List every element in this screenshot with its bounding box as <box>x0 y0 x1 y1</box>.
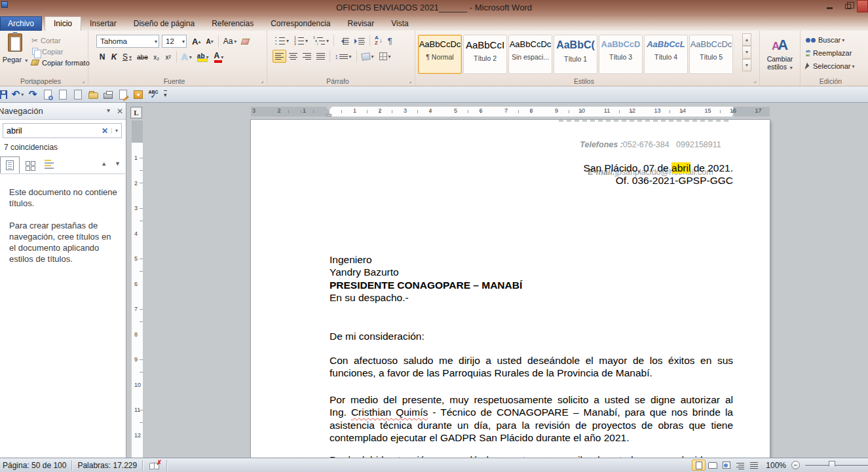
style-sin-espaciado[interactable]: AaBbCcDcSin espaci... <box>508 35 552 74</box>
change-styles-button[interactable]: AA Cambiarestilos ▾ <box>760 31 801 86</box>
print-layout-view-button[interactable] <box>692 460 706 471</box>
tab-diseno[interactable]: Diseño de página <box>125 17 203 31</box>
close-button[interactable] <box>857 0 868 12</box>
italic-button[interactable]: K <box>108 50 120 64</box>
navigation-search-box[interactable]: abril ✕ ▾ <box>3 123 122 138</box>
pane-close-icon[interactable]: ✕ <box>117 107 123 116</box>
draft-view-button[interactable] <box>747 460 761 471</box>
select-button[interactable]: Seleccionar▾ <box>806 60 867 72</box>
search-options-icon[interactable]: ▾ <box>111 128 121 134</box>
attach-file-button[interactable] <box>71 88 85 100</box>
search-input[interactable]: abril <box>3 126 98 136</box>
new-document-button[interactable] <box>56 88 69 100</box>
increase-indent-button[interactable] <box>352 34 368 47</box>
style-titulo4[interactable]: AaBbCcLTítulo 4 <box>644 35 688 74</box>
zoom-slider[interactable] <box>805 465 868 466</box>
sort-button[interactable]: AZ↓ <box>372 34 385 47</box>
replace-button[interactable]: abacReemplazar <box>806 47 867 59</box>
font-family-combo[interactable]: Tahoma▾ <box>96 35 159 48</box>
grow-font-button[interactable]: A▴ <box>189 35 203 48</box>
proofing-errors-icon[interactable]: ✗ <box>149 462 160 469</box>
decrease-indent-button[interactable] <box>336 34 352 47</box>
print-preview-button[interactable] <box>41 88 54 100</box>
left-indent-marker[interactable] <box>326 114 331 117</box>
clear-search-icon[interactable]: ✕ <box>98 126 111 136</box>
zoom-slider-thumb[interactable] <box>829 461 835 470</box>
tab-correspondencia[interactable]: Correspondencia <box>262 17 339 31</box>
spelling-button[interactable]: ABC✓ <box>147 88 160 100</box>
previous-result-icon[interactable]: ▲ <box>101 160 107 167</box>
clear-formatting-button[interactable] <box>239 35 255 48</box>
minimize-button[interactable] <box>820 0 839 12</box>
v-ruler[interactable]: 123456789101112 <box>132 120 143 458</box>
align-left-button[interactable] <box>273 50 286 63</box>
shrink-font-button[interactable]: A▾ <box>203 35 216 48</box>
gallery-scroll-up[interactable]: ▲ <box>742 33 751 46</box>
document-page[interactable]: Telefones :052-676-384 0992158911 E-mail… <box>251 120 770 458</box>
tab-referencias[interactable]: Referencias <box>203 17 262 31</box>
style-titulo5[interactable]: AaBbCcDcTítulo 5 <box>689 35 733 74</box>
quick-print-button[interactable] <box>102 88 115 100</box>
numbering-button[interactable]: 1 2 3 ▾ <box>292 34 311 47</box>
edit-document-button[interactable] <box>117 88 130 100</box>
style-titulo2[interactable]: AaBbCcITítulo 2 <box>463 35 507 74</box>
pane-menu-icon[interactable]: ▾ <box>107 107 110 116</box>
subscript-button[interactable]: x₂ <box>151 50 162 64</box>
tab-archivo[interactable]: Archivo <box>0 16 42 31</box>
shading-button[interactable]: ▾ <box>359 50 377 63</box>
show-marks-button[interactable]: ¶ <box>385 34 395 47</box>
zoom-level[interactable]: 100% <box>761 461 791 470</box>
dialog-launcher-icon[interactable]: ⌟ <box>80 78 86 84</box>
undo-button[interactable]: ↶▾ <box>11 88 24 100</box>
tab-selector-button[interactable]: L <box>130 107 142 118</box>
h-ruler[interactable]: 3211234567891011121314151617 <box>251 107 770 117</box>
paste-button[interactable]: Pegar ▾ <box>1 33 29 77</box>
outline-view-button[interactable] <box>733 460 747 471</box>
browse-pages-tab[interactable] <box>20 156 39 173</box>
restore-button[interactable] <box>839 0 857 12</box>
multilevel-list-button[interactable]: 1 a i ▾ <box>311 34 331 47</box>
tab-insertar[interactable]: Insertar <box>81 17 125 31</box>
find-button[interactable]: Buscar▾ <box>806 34 867 46</box>
dialog-launcher-icon[interactable]: ⌟ <box>259 78 265 84</box>
highlight-color-button[interactable]: ab▾ <box>195 50 212 64</box>
tab-inicio[interactable]: Inicio <box>45 16 81 31</box>
next-result-icon[interactable]: ▼ <box>115 160 121 167</box>
browse-headings-tab[interactable] <box>0 156 20 173</box>
align-right-button[interactable] <box>300 50 314 63</box>
strikethrough-button[interactable]: abe <box>134 50 151 64</box>
align-center-button[interactable] <box>286 50 300 63</box>
zoom-out-button[interactable]: − <box>791 461 800 469</box>
bullets-button[interactable]: • • • ▾ <box>273 34 292 47</box>
cut-button[interactable]: ✂Cortar <box>31 35 90 46</box>
style-titulo3[interactable]: AaBbCcDTítulo 3 <box>599 35 643 74</box>
tab-revisar[interactable]: Revisar <box>339 17 383 31</box>
line-spacing-button[interactable]: ↕▾ <box>332 50 354 63</box>
browse-results-tab[interactable] <box>39 156 59 173</box>
style-normal[interactable]: AaBbCcDc¶ Normal <box>418 35 462 74</box>
toolbar-options-button[interactable]: ▾ <box>164 90 167 98</box>
copy-button[interactable]: Copiar <box>31 46 90 57</box>
bold-button[interactable]: N <box>96 50 108 64</box>
underline-button[interactable]: S▾ <box>120 50 134 64</box>
superscript-button[interactable]: x² <box>162 50 174 64</box>
gallery-more-button[interactable]: ▼ <box>742 59 751 71</box>
redo-button[interactable]: ↷ <box>26 88 39 100</box>
gallery-scroll-down[interactable]: ▼ <box>742 46 751 58</box>
word-count[interactable]: Palabras: 17.229 <box>72 461 142 470</box>
page-indicator[interactable]: Página: 50 de 100 <box>0 461 71 470</box>
fullscreen-reading-view-button[interactable] <box>706 460 719 471</box>
open-button[interactable] <box>86 88 100 100</box>
text-effects-button[interactable]: A▾ <box>179 50 195 64</box>
web-layout-view-button[interactable] <box>719 460 733 471</box>
save-button[interactable] <box>0 88 9 100</box>
format-painter-button[interactable]: Copiar formato <box>31 57 90 68</box>
font-size-combo[interactable]: 12▾ <box>162 35 187 48</box>
addin-button[interactable]: ✦ <box>132 88 145 100</box>
justify-button[interactable] <box>314 50 328 63</box>
font-color-button[interactable]: A▾ <box>212 50 227 64</box>
style-titulo1[interactable]: AaBbC(Título 1 <box>554 35 597 74</box>
borders-button[interactable]: ▾ <box>377 50 394 63</box>
dialog-launcher-icon[interactable]: ⌟ <box>407 78 413 84</box>
dialog-launcher-icon[interactable]: ⌟ <box>751 78 758 84</box>
